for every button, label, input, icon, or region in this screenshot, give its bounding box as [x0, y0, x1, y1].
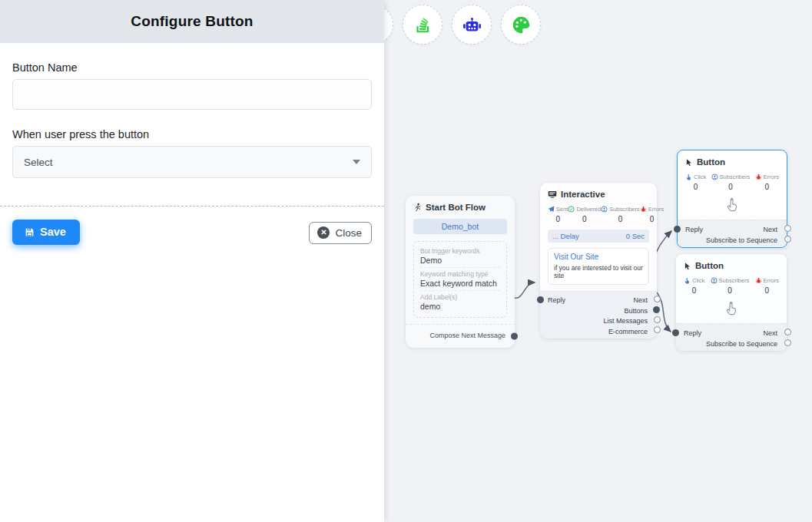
message-title: Visit Our Site [554, 253, 643, 261]
delay-bar[interactable]: ... Delay 0 Sec [548, 230, 649, 243]
button-node-footer: Reply Next Subscribe to Sequence [676, 323, 787, 351]
delay-value: 0 Sec [626, 232, 645, 240]
close-button[interactable]: ✕ Close [309, 222, 372, 244]
stat-label: Click [692, 277, 704, 284]
button-node-header: Button [685, 157, 779, 167]
output-label-next: Next [763, 329, 777, 337]
bug-icon [755, 277, 762, 284]
list-messages-output-port[interactable] [654, 316, 661, 323]
start-node-title: Start Bot Flow [426, 203, 486, 212]
close-button-label: Close [335, 227, 362, 239]
button-node[interactable]: Button Click 0 [676, 254, 787, 351]
compose-output-port[interactable] [511, 333, 518, 340]
field-value: Exact keyword match [420, 278, 500, 291]
save-button[interactable]: Save [12, 220, 80, 245]
stat-value: 0 [728, 183, 733, 191]
button-node-stats: Click 0 Subscribers 0 [684, 277, 779, 295]
flow-canvas[interactable]: Start Bot Flow Demo_bot Bot trigger keyw… [384, 0, 812, 522]
stat-label: Click [694, 173, 706, 180]
stat-value: 0 [727, 286, 732, 295]
compose-next-message-label: Compose Next Message [429, 332, 505, 339]
select-value: Select [24, 157, 53, 168]
next-output-port[interactable] [784, 225, 791, 232]
ecommerce-output-port[interactable] [654, 326, 661, 333]
robot-icon [462, 15, 482, 35]
toolbar-circle-partial[interactable] [384, 5, 393, 45]
output-label-buttons: Buttons [624, 307, 648, 315]
panel-header: Configure Button [0, 0, 384, 43]
field-row: Bot trigger keywords Demo [420, 247, 500, 268]
press-action-label: When user press the button [12, 128, 372, 140]
start-node-footer: Compose Next Message [406, 324, 515, 348]
subscribe-output-port[interactable] [784, 236, 791, 243]
output-label-ecommerce: E-commerce [608, 328, 648, 335]
button-node-footer: Reply Next Subscribe to Sequence [678, 220, 787, 247]
stat-value: 0 [692, 286, 697, 295]
field-label: Add Label(s) [420, 293, 500, 301]
interactive-stats: Sent 0 Delivered 0 [548, 206, 649, 223]
output-label-list-messages: List Messages [603, 317, 648, 325]
field-row: Add Label(s) demo [420, 293, 500, 313]
click-icon [685, 173, 692, 180]
button-name-label: Button Name [12, 61, 372, 74]
subscribe-output-port[interactable] [784, 339, 791, 346]
page-title: Configure Button [131, 13, 253, 30]
button-node-selected[interactable]: Button Click 0 [677, 150, 787, 248]
hand-pointer-icon [684, 300, 779, 317]
stat-click: Click 0 [684, 277, 704, 295]
save-icon [25, 227, 35, 237]
start-node-fields: Bot trigger keywords Demo Keyword matchi… [413, 241, 507, 318]
interactive-node[interactable]: Interactive Sent 0 [540, 183, 657, 339]
field-row: Keyword matching type Exact keyword matc… [420, 270, 500, 291]
button-node-body: Button Click 0 [678, 150, 787, 213]
configure-panel: Configure Button Button Name When user p… [0, 0, 384, 522]
stat-label: Errors [648, 206, 664, 213]
stat-value: 0 [555, 215, 560, 223]
stat-value: 0 [765, 286, 770, 295]
stat-value: 0 [650, 215, 655, 223]
reply-label: Reply [685, 226, 703, 233]
subscriber-icon [711, 277, 718, 284]
output-label-subscribe: Subscribe to Sequence [706, 236, 777, 244]
stat-click: Click 0 [685, 173, 706, 191]
stack-icon [413, 15, 433, 35]
reply-input-port[interactable] [537, 296, 544, 303]
dashed-divider [0, 206, 384, 206]
panel-actions: Save ✕ Close [12, 220, 372, 245]
field-value: Demo [420, 255, 500, 268]
button-node-title: Button [697, 157, 725, 167]
stat-sent: Sent 0 [548, 206, 568, 223]
stat-value: 0 [765, 183, 770, 191]
button-name-input[interactable] [12, 79, 372, 110]
reply-label: Reply [684, 329, 701, 337]
toolbar-circle-theme[interactable] [501, 5, 541, 45]
interactive-header: Interactive [548, 190, 649, 199]
stat-errors: Errors 0 [640, 206, 664, 223]
stat-label: Delivered [576, 206, 601, 213]
reply-input-port[interactable] [672, 329, 679, 336]
stat-delivered: Delivered 0 [568, 206, 601, 223]
next-output-port[interactable] [784, 329, 791, 335]
interactive-title: Interactive [561, 190, 605, 199]
press-action-select[interactable]: Select [12, 146, 372, 178]
toolbar-circle-bot[interactable] [452, 5, 492, 45]
field-label: Keyword matching type [420, 270, 500, 278]
device-icon [548, 190, 557, 199]
next-output-port[interactable] [654, 296, 661, 302]
subscriber-icon [711, 173, 718, 180]
bot-name-pill[interactable]: Demo_bot [413, 219, 507, 234]
reply-input-port[interactable] [674, 226, 681, 233]
stat-value: 0 [694, 183, 698, 191]
press-action-group: When user press the button Select [12, 128, 372, 178]
output-label-subscribe: Subscribe to Sequence [706, 340, 777, 348]
reply-label: Reply [548, 296, 565, 304]
buttons-output-port[interactable] [653, 306, 660, 313]
stat-label: Subscribers [719, 277, 750, 284]
message-body: if you are interested to visit our site [554, 264, 643, 279]
toolbar-circle-trigger[interactable] [403, 5, 442, 45]
button-node-body: Button Click 0 [676, 254, 787, 317]
button-node-stats: Click 0 Subscribers 0 [685, 173, 779, 191]
message-card[interactable]: Visit Our Site if you are interested to … [548, 248, 649, 285]
field-label: Bot trigger keywords [420, 247, 500, 255]
start-bot-flow-node[interactable]: Start Bot Flow Demo_bot Bot trigger keyw… [406, 196, 515, 348]
